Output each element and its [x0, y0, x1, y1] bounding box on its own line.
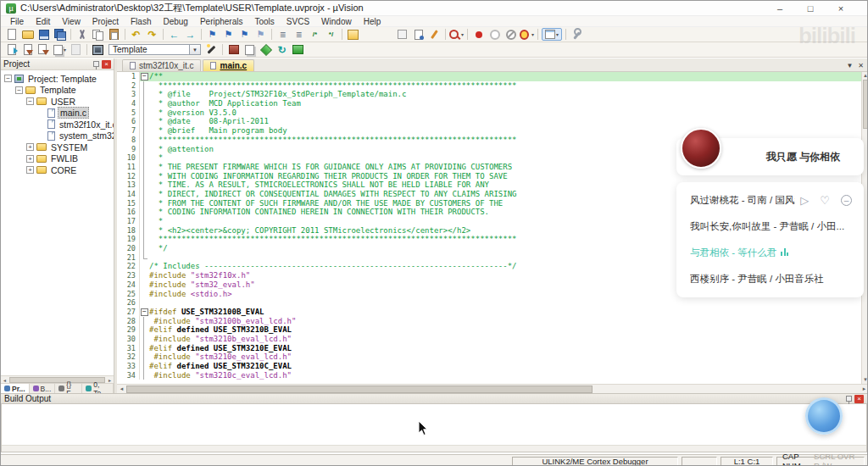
target-select-dropdown-icon[interactable]: ▼ [190, 44, 201, 55]
code-line-33[interactable]: 33#elif defined USE_STM3210C_EVAL [117, 362, 861, 371]
target-select-value[interactable]: Template [108, 44, 190, 55]
menu-flash[interactable]: Flash [125, 17, 157, 26]
tree-item-system[interactable]: +SYSTEM [1, 141, 114, 153]
breakpoint-disable-all-button[interactable] [504, 28, 518, 41]
code-line-32[interactable]: 32 #include "stm3210e_eval_lcd.h" [117, 352, 861, 362]
code-line-34[interactable]: 34 #include "stm3210c_eval_lcd.h" [117, 371, 861, 380]
debug-windows-dropdown[interactable]: ▾ [542, 28, 562, 41]
bookmark-prev-button[interactable] [221, 28, 236, 41]
pin-icon[interactable] [846, 396, 852, 402]
maximize-button[interactable]: □ [804, 3, 816, 14]
editor-tab-main.c[interactable]: main.c [203, 59, 254, 71]
menu-view[interactable]: View [56, 17, 86, 26]
scroll-thumb[interactable] [863, 80, 868, 129]
scroll-left-icon[interactable]: ◂ [1, 377, 8, 383]
pin-icon[interactable] [93, 61, 99, 67]
like-icon[interactable]: ♡ [820, 195, 830, 206]
pen-button[interactable] [427, 28, 442, 41]
options-for-target-button[interactable] [204, 43, 219, 56]
navigate-back-button[interactable] [167, 28, 181, 41]
dropdown-arrow-icon[interactable]: ▾ [556, 31, 559, 37]
indent-button[interactable] [292, 28, 306, 41]
uncomment-selection-button[interactable] [324, 28, 338, 41]
bookmark-next-button[interactable] [237, 28, 252, 41]
save-button[interactable] [36, 28, 51, 41]
build-output-content[interactable] [1, 404, 867, 452]
menu-help[interactable]: Help [358, 17, 387, 26]
panel-tab-2[interactable]: {} F... [55, 384, 82, 393]
tree-item-main-c[interactable]: main.c [1, 108, 114, 119]
code-line-5[interactable]: 5 * @version V3.5.0 [117, 108, 861, 118]
tree-expander-icon[interactable]: + [26, 166, 34, 174]
editor-tab-stm32f10x_it.c[interactable]: stm32f10x_it.c [122, 59, 201, 71]
comment-selection-button[interactable] [308, 28, 322, 41]
code-line-27[interactable]: 27#ifdef USE_STM32100B_EVAL [117, 308, 861, 317]
fold-marker-icon[interactable] [140, 308, 149, 317]
build-button[interactable] [20, 43, 35, 56]
playlist-item-0[interactable]: 风过谢桃花 - 司南 / 国风新语 /...▷♡– [676, 187, 864, 214]
new-file-button[interactable] [4, 28, 19, 41]
find-in-files-button[interactable] [346, 28, 360, 41]
panel-tab-0[interactable]: Pr... [1, 384, 30, 393]
dropdown-arrow-icon[interactable]: ▾ [531, 31, 534, 37]
tree-item-user[interactable]: −USER [1, 96, 114, 108]
rebuild-button[interactable] [36, 43, 51, 56]
scroll-left-icon[interactable]: ◂ [117, 386, 126, 392]
tree-item-template[interactable]: −Template [1, 85, 114, 97]
build-output-close-icon[interactable]: × [854, 395, 864, 403]
stop-build-button[interactable] [69, 43, 83, 56]
menu-tools[interactable]: Tools [249, 17, 281, 26]
fold-marker-icon[interactable] [140, 72, 149, 81]
project-panel-close-icon[interactable]: × [102, 60, 111, 69]
paste-button[interactable] [107, 28, 121, 41]
panel-tab-3[interactable]: 0, Te... [82, 384, 114, 393]
breakpoint-enable-button[interactable] [487, 28, 502, 41]
tree-expander-icon[interactable]: − [26, 97, 34, 105]
tree-item-project-template[interactable]: −Project: Template [1, 73, 114, 85]
navigate-forward-button[interactable] [183, 28, 198, 41]
word-highlight-button[interactable] [395, 28, 409, 41]
flash-load-button[interactable] [226, 43, 241, 56]
code-line-26[interactable]: 26 [117, 298, 861, 308]
code-line-30[interactable]: 30 #include "stm3210b_eval_lcd.h" [117, 335, 861, 344]
manage-rte-button[interactable] [259, 43, 273, 56]
playlist-item-3[interactable]: 西楼别序 - 尹昔眠 / 小田音乐社 [676, 266, 864, 292]
bilibili-float-ball[interactable] [805, 397, 843, 435]
build-output-scrollbar[interactable] [2, 445, 866, 452]
breakpoint-button[interactable] [471, 28, 486, 41]
code-line-31[interactable]: 31#elif defined USE_STM3210E_EVAL [117, 344, 861, 353]
undo-button[interactable] [129, 28, 143, 41]
scroll-up-icon[interactable]: ▲ [863, 72, 868, 80]
open-folder-button[interactable] [20, 28, 35, 41]
code-line-4[interactable]: 4 * @author MCD Application Team [117, 99, 861, 108]
tab-list-dropdown-icon[interactable]: ▼ [846, 62, 853, 69]
menu-project[interactable]: Project [86, 17, 125, 26]
breakpoint-kill-dropdown[interactable]: ▾ [520, 28, 534, 41]
playlist-item-1[interactable]: 我叫长安,你叫故里 - 尹昔眠 / 小田... [676, 214, 864, 240]
dropdown-arrow-icon[interactable]: ▾ [64, 47, 66, 53]
pack-installer-button[interactable] [291, 43, 305, 56]
tree-expander-icon[interactable]: + [26, 155, 34, 163]
find-dropdown[interactable]: ▾ [449, 28, 464, 41]
translate-button[interactable] [4, 43, 19, 56]
bookmark-clear-button[interactable] [253, 28, 268, 41]
menu-peripherals[interactable]: Peripherals [194, 17, 249, 26]
tree-expander-icon[interactable]: − [15, 86, 23, 94]
menu-window[interactable]: Window [315, 17, 358, 26]
menu-debug[interactable]: Debug [157, 17, 193, 26]
configure-layers-button[interactable] [411, 28, 426, 41]
download-flash-button[interactable] [91, 43, 105, 56]
panel-tab-1[interactable]: B... [30, 384, 56, 393]
code-line-1[interactable]: 1/** [117, 72, 861, 81]
dropdown-arrow-icon[interactable]: ▾ [461, 31, 464, 37]
menu-file[interactable]: File [4, 17, 30, 26]
menu-svcs[interactable]: SVCS [281, 17, 315, 26]
scroll-right-icon[interactable]: ▸ [860, 386, 868, 392]
tree-expander-icon[interactable]: − [4, 75, 12, 82]
tools-wrench-button[interactable] [570, 28, 584, 41]
tree-item-system-stm32f1[interactable]: system_stm32f1 [1, 130, 114, 142]
minimize-button[interactable]: – [774, 3, 786, 14]
copy-button[interactable] [91, 28, 105, 41]
tree-item-core[interactable]: +CORE [1, 164, 114, 176]
album-art[interactable] [681, 128, 721, 169]
